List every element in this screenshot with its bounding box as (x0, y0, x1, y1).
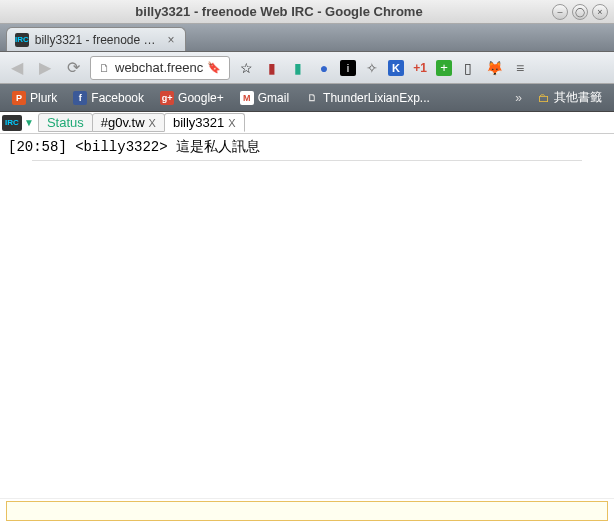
bookmark-thunderlixian[interactable]: 🗋 ThunderLixianExp... (299, 89, 436, 107)
irc-nick: <billy3322> (75, 139, 167, 155)
folder-icon: 🗀 (538, 91, 550, 105)
irc-message-input[interactable] (6, 501, 608, 521)
chrome-menu-icon[interactable]: ≡ (510, 58, 530, 78)
ext-phone-icon[interactable]: ▯ (458, 58, 478, 78)
window-title: billy3321 - freenode Web IRC - Google Ch… (6, 4, 552, 19)
browser-tab-title: billy3321 - freenode We (35, 33, 159, 47)
irc-tab-close-icon[interactable]: X (149, 117, 156, 129)
bookmark-gmail[interactable]: M Gmail (234, 89, 295, 107)
browser-tab-strip: IRC billy3321 - freenode We × (0, 24, 614, 52)
ext-k-icon[interactable]: K (388, 60, 404, 76)
irc-divider (32, 160, 582, 161)
browser-toolbar: ◀ ▶ ⟳ 🗋 webchat.freenc 🔖 ☆ ▮ ▮ ● i ✧ K +… (0, 52, 614, 84)
tab-favicon-icon: IRC (15, 33, 29, 47)
irc-tab-label: Status (47, 115, 84, 130)
bookmark-label: Google+ (178, 91, 224, 105)
bookmark-plurk[interactable]: P Plurk (6, 89, 63, 107)
irc-tab-label: #g0v.tw (101, 115, 145, 130)
other-bookmarks-label: 其他書籤 (554, 89, 602, 106)
irc-tab-status[interactable]: Status (38, 113, 93, 132)
bookmarks-bar: P Plurk f Facebook g+ Google+ M Gmail 🗋 … (0, 84, 614, 112)
extension-icons: ☆ ▮ ▮ ● i ✧ K +1 + ▯ 🦊 ≡ (236, 58, 608, 78)
ext-tag-icon[interactable]: ▮ (288, 58, 308, 78)
star-icon[interactable]: ☆ (236, 58, 256, 78)
address-text: webchat.freenc (115, 60, 203, 75)
bookmark-facebook[interactable]: f Facebook (67, 89, 150, 107)
tab-close-icon[interactable]: × (165, 34, 177, 46)
maximize-button[interactable]: ◯ (572, 4, 588, 20)
irc-tab-bar: IRC ▼ Status #g0v.tw X billy3321 X (0, 112, 614, 134)
minimize-button[interactable]: – (552, 4, 568, 20)
irc-timestamp: [20:58] (8, 139, 67, 155)
ext-fox-icon[interactable]: 🦊 (484, 58, 504, 78)
bookmark-label: ThunderLixianExp... (323, 91, 430, 105)
ext-info-icon[interactable]: i (340, 60, 356, 76)
back-button[interactable]: ◀ (6, 57, 28, 79)
ext-gplus-icon[interactable]: +1 (410, 58, 430, 78)
bookmark-label: Facebook (91, 91, 144, 105)
share-icon[interactable]: 🔖 (207, 61, 221, 75)
irc-app-icon[interactable]: IRC (2, 115, 22, 131)
plurk-icon: P (12, 91, 26, 105)
bookmark-label: Plurk (30, 91, 57, 105)
ext-plus-icon[interactable]: + (436, 60, 452, 76)
reload-button[interactable]: ⟳ (62, 57, 84, 79)
facebook-icon: f (73, 91, 87, 105)
googleplus-icon: g+ (160, 91, 174, 105)
bookmarks-overflow-icon[interactable]: » (509, 91, 528, 105)
irc-message-line: [20:58] <billy3322> 這是私人訊息 (8, 138, 606, 156)
browser-tab[interactable]: IRC billy3321 - freenode We × (6, 27, 186, 51)
window-controls: – ◯ × (552, 4, 608, 20)
irc-tab-close-icon[interactable]: X (228, 117, 235, 129)
bookmark-label: Gmail (258, 91, 289, 105)
irc-tab-pm[interactable]: billy3321 X (164, 113, 245, 132)
ext-globe-icon[interactable]: ● (314, 58, 334, 78)
address-bar[interactable]: 🗋 webchat.freenc 🔖 (90, 56, 230, 80)
irc-input-row (0, 498, 614, 522)
ext-key-icon[interactable]: ✧ (362, 58, 382, 78)
irc-tab-label: billy3321 (173, 115, 224, 130)
forward-button[interactable]: ▶ (34, 57, 56, 79)
irc-message-area: [20:58] <billy3322> 這是私人訊息 (0, 134, 614, 502)
irc-tab-channel[interactable]: #g0v.tw X (92, 113, 165, 132)
other-bookmarks-folder[interactable]: 🗀 其他書籤 (532, 87, 608, 108)
bookmark-googleplus[interactable]: g+ Google+ (154, 89, 230, 107)
close-button[interactable]: × (592, 4, 608, 20)
page-icon: 🗋 (97, 61, 111, 75)
irc-menu-dropdown-icon[interactable]: ▼ (24, 117, 34, 128)
irc-message-text: 這是私人訊息 (176, 139, 260, 155)
page-icon: 🗋 (305, 91, 319, 105)
ext-book-icon[interactable]: ▮ (262, 58, 282, 78)
gmail-icon: M (240, 91, 254, 105)
window-titlebar: billy3321 - freenode Web IRC - Google Ch… (0, 0, 614, 24)
